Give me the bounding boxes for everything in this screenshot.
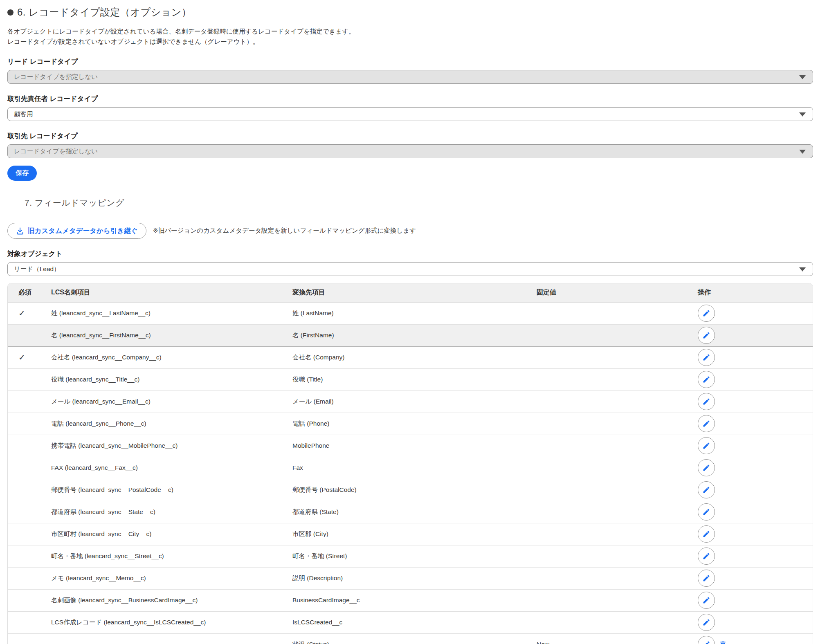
edit-row-button[interactable] <box>698 503 715 521</box>
edit-row-button[interactable] <box>698 305 715 322</box>
target-object-label: 対象オブジェクト <box>7 249 813 258</box>
target-field-cell: メール (Email) <box>292 390 537 413</box>
edit-row-button[interactable] <box>698 570 715 587</box>
contact-recordtype-select[interactable]: 顧客用 <box>7 107 813 121</box>
edit-pencil-icon <box>702 618 710 626</box>
section-bullet-icon <box>7 9 13 16</box>
table-row: 郵便番号 (leancard_sync__PostalCode__c) 郵便番号… <box>8 479 813 501</box>
edit-pencil-icon <box>702 442 710 450</box>
delete-row-button[interactable] <box>719 640 727 644</box>
source-field-cell: 名 (leancard_sync__FirstName__c) <box>51 324 292 346</box>
source-field-cell <box>51 633 292 644</box>
col-header-fixed: 固定値 <box>537 283 698 302</box>
section6-description: 各オブジェクトにレコードタイプが設定されている場合、名刺データ登録時に使用するレ… <box>7 26 813 47</box>
target-field-cell: 姓 (LastName) <box>292 302 537 324</box>
edit-row-button[interactable] <box>698 592 715 609</box>
target-field-cell: 町名・番地 (Street) <box>292 545 537 567</box>
edit-row-button[interactable] <box>698 393 715 410</box>
edit-pencil-icon <box>702 530 710 538</box>
edit-row-button[interactable] <box>698 636 715 644</box>
field-mapping-table: 必須 LCS名刺項目 変換先項目 固定値 操作 ✓ 姓 (leancard_sy… <box>7 283 813 644</box>
edit-row-button[interactable] <box>698 349 715 366</box>
description-line: 各オブジェクトにレコードタイプが設定されている場合、名刺データ登録時に使用するレ… <box>7 26 813 36</box>
fixed-value-cell <box>537 589 698 611</box>
table-row: 名 (leancard_sync__FirstName__c) 名 (First… <box>8 324 813 346</box>
target-field-cell: 都道府県 (State) <box>292 501 537 523</box>
edit-pencil-icon <box>702 596 710 604</box>
edit-pencil-icon <box>702 420 710 428</box>
lead-recordtype-label: リード レコードタイプ <box>7 57 813 66</box>
fixed-value-cell <box>537 390 698 413</box>
edit-row-button[interactable] <box>698 415 715 432</box>
inherit-button-label: 旧カスタムメタデータから引き継ぐ <box>28 227 138 236</box>
table-row: 状況 (Status) New <box>8 633 813 644</box>
lead-recordtype-select[interactable]: レコードタイプを指定しない <box>7 70 813 84</box>
target-field-cell: 名 (FirstName) <box>292 324 537 346</box>
fixed-value-cell <box>537 435 698 457</box>
section6-header: 6. レコードタイプ設定（オプション） <box>7 6 813 19</box>
source-field-cell: 姓 (leancard_sync__LastName__c) <box>51 302 292 324</box>
table-row: 町名・番地 (leancard_sync__Street__c) 町名・番地 (… <box>8 545 813 567</box>
col-header-source: LCS名刺項目 <box>51 283 292 302</box>
source-field-cell: 名刺画像 (leancard_sync__BusinessCardImage__… <box>51 589 292 611</box>
source-field-cell: FAX (leancard_sync__Fax__c) <box>51 457 292 479</box>
fixed-value-cell <box>537 479 698 501</box>
fixed-value-cell <box>537 368 698 390</box>
table-row: 役職 (leancard_sync__Title__c) 役職 (Title) <box>8 368 813 390</box>
account-recordtype-select[interactable]: レコードタイプを指定しない <box>7 144 813 158</box>
target-field-cell: 説明 (Description) <box>292 567 537 589</box>
table-row: メール (leancard_sync__Email__c) メール (Email… <box>8 390 813 413</box>
source-field-cell: メール (leancard_sync__Email__c) <box>51 390 292 413</box>
dropdown-arrow-icon <box>799 267 806 272</box>
target-field-cell: 会社名 (Company) <box>292 346 537 368</box>
edit-row-button[interactable] <box>698 525 715 543</box>
target-field-cell: 郵便番号 (PostalCode) <box>292 479 537 501</box>
table-row: ✓ 会社名 (leancard_sync__Company__c) 会社名 (C… <box>8 346 813 368</box>
dropdown-arrow-icon <box>799 112 806 117</box>
edit-pencil-icon <box>702 574 710 582</box>
target-object-value: リード（Lead） <box>14 265 60 274</box>
edit-row-button[interactable] <box>698 548 715 565</box>
edit-row-button[interactable] <box>698 614 715 631</box>
source-field-cell: メモ (leancard_sync__Memo__c) <box>51 567 292 589</box>
table-row: 電話 (leancard_sync__Phone__c) 電話 (Phone) <box>8 413 813 435</box>
table-row: 名刺画像 (leancard_sync__BusinessCardImage__… <box>8 589 813 611</box>
required-check-icon: ✓ <box>18 353 25 362</box>
source-field-cell: 会社名 (leancard_sync__Company__c) <box>51 346 292 368</box>
target-object-select[interactable]: リード（Lead） <box>7 262 813 276</box>
required-check-icon: ✓ <box>18 309 25 318</box>
fixed-value-cell <box>537 324 698 346</box>
trash-icon <box>719 640 727 644</box>
edit-row-button[interactable] <box>698 459 715 476</box>
target-field-cell: 状況 (Status) <box>292 633 537 644</box>
edit-pencil-icon <box>702 640 710 644</box>
table-header-row: 必須 LCS名刺項目 変換先項目 固定値 操作 <box>8 283 813 302</box>
source-field-cell: 電話 (leancard_sync__Phone__c) <box>51 413 292 435</box>
table-row: ✓ 姓 (leancard_sync__LastName__c) 姓 (Last… <box>8 302 813 324</box>
fixed-value-cell <box>537 413 698 435</box>
edit-row-button[interactable] <box>698 371 715 388</box>
col-header-actions: 操作 <box>698 283 813 302</box>
fixed-value-cell <box>537 545 698 567</box>
fixed-value-cell <box>537 302 698 324</box>
dropdown-arrow-icon <box>799 150 806 154</box>
target-field-cell: IsLCSCreated__c <box>292 611 537 633</box>
table-row: 都道府県 (leancard_sync__State__c) 都道府県 (Sta… <box>8 501 813 523</box>
dropdown-arrow-icon <box>799 75 806 79</box>
source-field-cell: 携帯電話 (leancard_sync__MobilePhone__c) <box>51 435 292 457</box>
edit-row-button[interactable] <box>698 437 715 454</box>
contact-recordtype-label: 取引先責任者 レコードタイプ <box>7 94 813 103</box>
contact-recordtype-value: 顧客用 <box>14 110 33 119</box>
download-icon <box>16 227 24 235</box>
target-field-cell: BusinessCardImage__c <box>292 589 537 611</box>
save-recordtype-button[interactable]: 保存 <box>7 166 37 181</box>
edit-row-button[interactable] <box>698 481 715 498</box>
inherit-legacy-metadata-button[interactable]: 旧カスタムメタデータから引き継ぐ <box>7 223 146 239</box>
edit-row-button[interactable] <box>698 327 715 344</box>
source-field-cell: 郵便番号 (leancard_sync__PostalCode__c) <box>51 479 292 501</box>
target-field-cell: MobilePhone <box>292 435 537 457</box>
section6-title: 6. レコードタイプ設定（オプション） <box>17 6 191 19</box>
description-line: レコードタイプが設定されていないオブジェクトは選択できません（グレーアウト）。 <box>7 36 813 47</box>
table-row: FAX (leancard_sync__Fax__c) Fax <box>8 457 813 479</box>
col-header-required: 必須 <box>8 283 51 302</box>
